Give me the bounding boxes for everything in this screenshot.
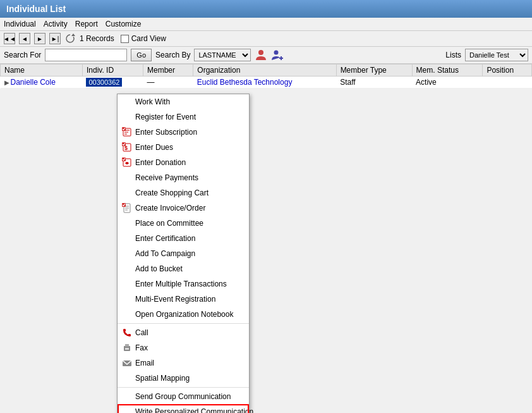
menu-report[interactable]: Report: [75, 20, 98, 28]
menu-item-fax[interactable]: Fax: [118, 340, 249, 355]
nav-next-button[interactable]: ►: [34, 33, 45, 44]
records-count: 1 Records: [80, 34, 114, 43]
menu-item-send-group-communication[interactable]: Send Group Communication: [118, 389, 249, 404]
menu-item-enter-certification[interactable]: Enter Certification: [118, 231, 249, 246]
write-personalized-communication-icon: [121, 406, 133, 413]
menu-label-work-with: Work With: [135, 97, 170, 106]
go-button[interactable]: Go: [131, 49, 152, 61]
menu-label-multi-event-registration: Multi-Event Registration: [135, 295, 215, 304]
lists-label: Lists: [445, 51, 461, 59]
col-member-type: Member Type: [336, 65, 412, 77]
context-menu: Work With Register for Event Enter Subsc…: [117, 94, 250, 413]
nav-last-button[interactable]: ►|: [49, 33, 61, 44]
col-position: Position: [483, 65, 532, 77]
receive-payments-icon: [121, 172, 133, 183]
menu-label-call: Call: [135, 328, 148, 337]
lists-select[interactable]: Danielle Test: [465, 49, 528, 61]
menu-label-add-to-bucket: Add to Bucket: [135, 264, 183, 273]
menu-label-enter-subscription: Enter Subscription: [135, 128, 197, 137]
col-member: Member: [143, 65, 193, 77]
search-for-label: Search For: [4, 51, 41, 59]
register-event-icon: [121, 111, 133, 123]
menu-bar: Individual Activity Report Customize: [0, 18, 532, 31]
svg-point-2: [274, 51, 279, 55]
menu-item-email[interactable]: Email: [118, 355, 249, 371]
menu-item-enter-subscription[interactable]: Enter Subscription: [118, 125, 249, 140]
data-table-container: Name Indiv. ID Member Organization Membe…: [0, 64, 532, 89]
cell-member-type: Staff: [336, 77, 412, 89]
menu-item-work-with[interactable]: Work With: [118, 94, 249, 109]
cell-mem-status: Active: [412, 77, 483, 89]
separator-1: [118, 323, 249, 324]
menu-label-enter-certification: Enter Certification: [135, 234, 195, 243]
table-row: ▶ Danielle Cole 00300362 — Euclid Bethes…: [1, 77, 532, 89]
menu-item-write-personalized-communication[interactable]: Write Personalized Communication: [118, 404, 249, 413]
menu-label-fax: Fax: [135, 343, 148, 352]
enter-dues-icon: $: [121, 142, 133, 153]
cell-indiv-id: 00300362: [82, 77, 143, 89]
call-icon: [121, 327, 133, 338]
data-table: Name Indiv. ID Member Organization Membe…: [0, 64, 532, 89]
create-shopping-cart-icon: [121, 187, 133, 199]
menu-item-add-to-campaign[interactable]: Add To Campaign: [118, 246, 249, 261]
fax-icon: [121, 342, 133, 354]
menu-label-email: Email: [135, 359, 154, 367]
menu-item-spatial-mapping[interactable]: Spatial Mapping: [118, 371, 249, 386]
cell-name[interactable]: ▶ Danielle Cole: [1, 77, 83, 89]
title-label: Individual List: [6, 4, 66, 14]
place-on-committee-icon: [121, 218, 133, 229]
nav-prev-button[interactable]: ◄: [19, 33, 30, 44]
menu-label-spatial-mapping: Spatial Mapping: [135, 374, 190, 383]
menu-item-create-invoice-order[interactable]: Create Invoice/Order: [118, 200, 249, 216]
cell-organization[interactable]: Euclid Bethesda Technology: [193, 77, 336, 89]
svg-rect-15: [125, 344, 129, 347]
menu-item-multi-event-registration[interactable]: Multi-Event Registration: [118, 292, 249, 307]
menu-label-add-to-campaign: Add To Campaign: [135, 249, 195, 258]
menu-label-create-invoice-order: Create Invoice/Order: [135, 204, 205, 213]
menu-item-call[interactable]: Call: [118, 325, 249, 340]
nav-first-button[interactable]: ◄◄: [4, 33, 15, 44]
card-view-area: Card View: [121, 34, 166, 43]
menu-label-enter-dues: Enter Dues: [135, 143, 173, 152]
work-with-icon: [121, 96, 133, 108]
menu-activity[interactable]: Activity: [44, 20, 68, 28]
search-input[interactable]: [45, 49, 127, 61]
menu-item-open-org-notebook[interactable]: Open Organization Notebook: [118, 307, 249, 322]
add-person-icon[interactable]: [271, 49, 284, 61]
menu-item-enter-multiple-transactions[interactable]: Enter Multiple Transactions: [118, 276, 249, 292]
menu-label-send-group-communication: Send Group Communication: [135, 392, 231, 401]
col-mem-status: Mem. Status: [412, 65, 483, 77]
col-indiv-id: Indiv. ID: [82, 65, 143, 77]
menu-label-place-on-committee: Place on Committee: [135, 219, 203, 228]
card-view-checkbox[interactable]: [121, 35, 129, 43]
spatial-mapping-icon: [121, 373, 133, 384]
menu-item-enter-donation[interactable]: Enter Donation: [118, 155, 249, 170]
menu-label-enter-multiple-transactions: Enter Multiple Transactions: [135, 280, 227, 288]
menu-customize[interactable]: Customize: [106, 20, 142, 28]
multi-event-registration-icon: [121, 293, 133, 305]
search-by-select[interactable]: LASTNAME FIRSTNAME EMAIL ID: [194, 49, 251, 61]
menu-label-create-shopping-cart: Create Shopping Cart: [135, 188, 209, 197]
menu-item-create-shopping-cart[interactable]: Create Shopping Cart: [118, 185, 249, 200]
menu-item-enter-dues[interactable]: $ Enter Dues: [118, 140, 249, 155]
separator-2: [118, 387, 249, 388]
person-search-icon[interactable]: [255, 49, 267, 61]
refresh-icon[interactable]: [64, 33, 76, 44]
menu-label-write-personalized-communication: Write Personalized Communication: [135, 407, 253, 413]
enter-certification-icon: [121, 233, 133, 244]
email-icon: [121, 357, 133, 369]
cell-position: [483, 77, 532, 89]
add-to-bucket-icon: [121, 263, 133, 274]
menu-item-place-on-committee[interactable]: Place on Committee: [118, 216, 249, 231]
menu-item-add-to-bucket[interactable]: Add to Bucket: [118, 261, 249, 276]
menu-item-register-event[interactable]: Register for Event: [118, 109, 249, 125]
svg-rect-16: [125, 348, 129, 350]
col-organization: Organization: [193, 65, 336, 77]
menu-item-receive-payments[interactable]: Receive Payments: [118, 170, 249, 185]
cell-member: —: [143, 77, 193, 89]
search-bar: Search For Go Search By LASTNAME FIRSTNA…: [0, 47, 532, 64]
enter-multiple-transactions-icon: [121, 278, 133, 290]
svg-marker-0: [71, 34, 75, 36]
menu-individual[interactable]: Individual: [4, 20, 36, 28]
menu-label-open-org-notebook: Open Organization Notebook: [135, 310, 233, 319]
